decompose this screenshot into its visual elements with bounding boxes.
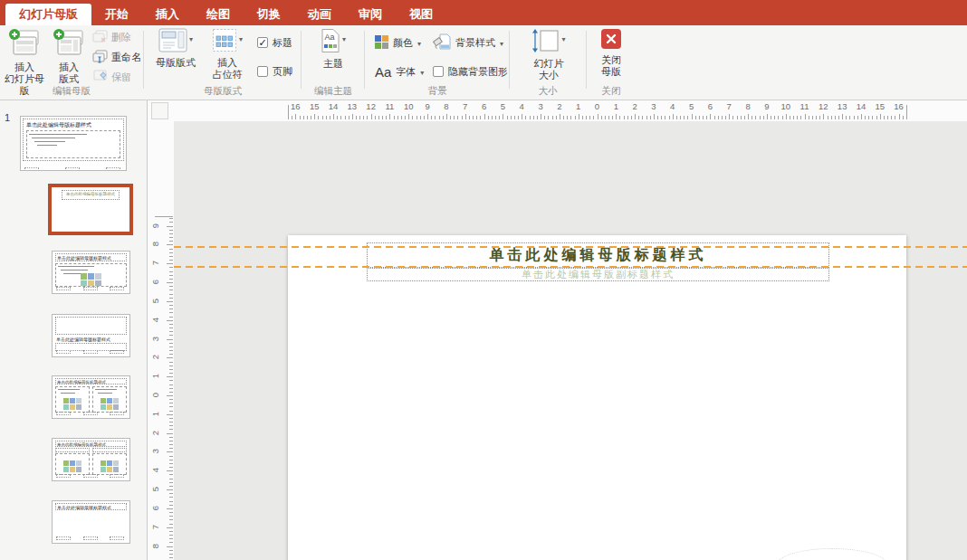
slide-thumbnail-title-slide[interactable]: 单击此处编辑母版标题样式 — [48, 184, 133, 235]
h-ruler-number: 12 — [364, 101, 378, 111]
h-ruler-tick — [408, 114, 409, 119]
content-icon — [81, 273, 87, 280]
h-ruler-number: 8 — [439, 101, 454, 111]
h-ruler-tick — [812, 116, 813, 119]
ruler-corner — [151, 102, 168, 119]
h-ruler-tick — [706, 116, 707, 119]
h-ruler-tick — [692, 114, 693, 119]
h-ruler-tick — [570, 116, 571, 119]
background-styles-button[interactable]: 背景样式 ▾ — [433, 36, 503, 49]
v-ruler-tick — [169, 252, 173, 253]
fonts-button[interactable]: Aa 字体 ▾ — [375, 65, 424, 78]
rename-button[interactable]: 重命名 — [92, 50, 141, 64]
h-ruler-tick — [473, 116, 474, 119]
v-ruler-number: 0 — [150, 389, 160, 402]
ribbon-group-master-layout: ▾ 母版版式 ▾ 插入 占位符 ✓ 标题 页脚 母版版式 — [145, 25, 301, 100]
footer-placeholder — [83, 536, 98, 540]
h-ruler-tick — [492, 116, 493, 119]
slide-thumbnail-section-header[interactable]: 单击此处编辑母版标题样式 — [52, 314, 130, 357]
content-icon — [107, 460, 112, 466]
v-ruler-tick — [167, 451, 173, 452]
h-ruler-tick — [857, 116, 858, 119]
tab-home[interactable]: 开始 — [91, 4, 142, 25]
slide-thumbnail-title-only[interactable]: 单击此处编辑母版标题样式 — [52, 500, 130, 544]
thumb-body-placeholder — [55, 263, 127, 287]
h-ruler-tick — [427, 114, 428, 119]
content-icon — [76, 460, 81, 466]
title-checkbox[interactable]: ✓ 标题 — [257, 36, 292, 49]
content-icon — [63, 467, 69, 472]
v-ruler-number: 7 — [150, 257, 160, 270]
h-ruler-tick — [714, 116, 715, 119]
hide-background-graphics-box[interactable] — [433, 66, 444, 77]
colors-dropdown-icon[interactable]: ▾ — [417, 40, 421, 48]
slide-thumbnail-two-content[interactable]: 单击此处编辑母版标题样式 — [52, 375, 130, 419]
tab-slide-master[interactable]: 幻灯片母版 — [5, 4, 91, 25]
h-ruler-number: 7 — [458, 101, 473, 111]
tab-draw[interactable]: 绘图 — [193, 4, 244, 25]
delete-button[interactable]: 删除 — [92, 30, 131, 44]
hide-background-graphics-checkbox[interactable]: 隐藏背景图形 — [433, 65, 508, 78]
v-ruler-tick — [169, 365, 173, 366]
slide-thumbnail-comparison[interactable]: 单击此处编辑母版标题样式 — [52, 438, 130, 481]
h-ruler-tick — [699, 116, 700, 119]
preserve-button[interactable]: 保留 — [92, 70, 131, 84]
subtitle-placeholder[interactable]: 单击此处编辑母版副标题样式 — [367, 268, 829, 281]
fonts-dropdown-icon[interactable]: ▾ — [420, 69, 424, 77]
h-ruler-tick — [457, 116, 458, 119]
master-layout-dropdown-icon[interactable]: ▾ — [189, 35, 193, 43]
h-ruler-tick — [755, 116, 756, 119]
slide-size-dropdown-icon[interactable]: ▾ — [561, 35, 565, 43]
footer-checkbox[interactable]: 页脚 — [257, 65, 292, 78]
insert-placeholder-dropdown-icon[interactable]: ▾ — [239, 35, 243, 43]
v-ruler-tick — [169, 335, 173, 336]
footer-placeholder — [83, 412, 98, 415]
footer-placeholder — [110, 474, 124, 478]
h-ruler-tick — [778, 116, 779, 119]
tab-view[interactable]: 视图 — [396, 4, 446, 25]
v-ruler-tick — [169, 399, 173, 400]
colors-button[interactable]: 颜色 ▾ — [375, 36, 421, 49]
h-ruler-number: 0 — [590, 101, 605, 111]
h-ruler-tick — [295, 114, 296, 119]
thumb-title-placeholder: 单击此处编辑母版标题样式 — [55, 253, 127, 261]
master-layout-button[interactable]: ▾ 母版版式 — [150, 28, 201, 69]
title-checkbox-box[interactable]: ✓ — [257, 37, 268, 48]
tab-review[interactable]: 审阅 — [345, 4, 396, 25]
slide-canvas: 单击此处编辑母版标题样式 单击此处编辑母版副标题样式 — [174, 121, 967, 560]
h-ruler-tick — [522, 114, 522, 119]
h-ruler-number: 8 — [741, 101, 755, 111]
footer-checkbox-label: 页脚 — [273, 65, 292, 79]
content-icon — [113, 404, 119, 410]
v-ruler-tick — [169, 308, 173, 309]
insert-placeholder-button[interactable]: ▾ 插入 占位符 — [203, 28, 252, 81]
footer-placeholder — [56, 350, 71, 354]
themes-dropdown-icon[interactable]: ▾ — [342, 35, 346, 43]
h-ruler-tick — [514, 116, 515, 119]
tab-insert[interactable]: 插入 — [142, 4, 193, 25]
slide-thumbnail-master[interactable]: 单击此处编辑母版标题样式 — [20, 116, 127, 171]
ribbon-group-edit-theme: Aa ▾ 主题 编辑主题 — [302, 25, 364, 100]
insert-layout-button[interactable]: 插入 版式 — [49, 28, 89, 85]
v-ruler-number: 6 — [150, 276, 160, 289]
v-ruler-tick — [169, 289, 173, 290]
footer-checkbox-box[interactable] — [257, 66, 268, 77]
h-ruler-number: 2 — [627, 101, 642, 111]
content-icon — [76, 467, 81, 472]
h-ruler-tick — [627, 116, 628, 119]
tab-transitions[interactable]: 切换 — [244, 4, 294, 25]
subtitle-placeholder-text: 单击此处编辑母版副标题样式 — [522, 268, 675, 281]
background-styles-dropdown-icon[interactable]: ▾ — [500, 40, 503, 48]
tab-animations[interactable]: 动画 — [294, 4, 345, 25]
h-ruler-tick — [375, 116, 376, 119]
close-master-button[interactable]: 关闭 母版 — [591, 28, 631, 78]
slide-thumbnail-title-content[interactable]: 单击此处编辑母版标题样式 — [52, 251, 130, 294]
slide-size-button[interactable]: ▾ 幻灯片 大小 — [525, 28, 572, 81]
h-ruler-tick — [797, 116, 798, 119]
themes-button[interactable]: Aa ▾ 主题 — [313, 28, 353, 70]
thumb-title-placeholder: 单击此处编辑母版标题样式 — [55, 441, 127, 447]
v-ruler-tick — [169, 493, 173, 494]
group-divider — [364, 31, 365, 89]
v-ruler-tick — [167, 470, 173, 471]
group-caption-size: 大小 — [511, 85, 585, 98]
